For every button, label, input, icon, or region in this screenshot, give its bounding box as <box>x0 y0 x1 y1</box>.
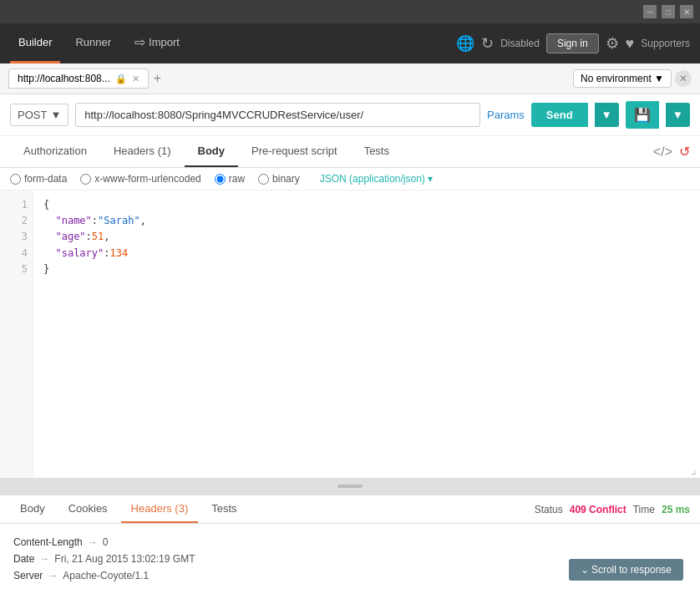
resp-tabs-row: Body Cookies Headers (3) Tests Status 40… <box>0 495 700 524</box>
heart-icon[interactable]: ♥ <box>626 35 635 53</box>
tab-tests[interactable]: Tests <box>351 136 403 167</box>
params-button[interactable]: Params <box>487 109 525 121</box>
tab-pre-request[interactable]: Pre-request script <box>238 136 351 167</box>
send-dropdown-button[interactable]: ▼ <box>595 103 619 127</box>
titlebar: ─ □ ✕ <box>0 0 700 23</box>
supporters-label: Supporters <box>641 38 690 49</box>
navbar: Builder Runner ⇨ Import 🌐 ↻ Disabled Sig… <box>0 23 700 63</box>
sync-icon: ↻ <box>481 34 494 53</box>
editor-area: 1 2 3 4 5 { "name": "Sarah", "age": 51, … <box>0 190 700 479</box>
code-content[interactable]: { "name": "Sarah", "age": 51, "salary": … <box>33 190 700 478</box>
method-select[interactable]: POST ▼ <box>10 104 68 126</box>
divider-handle[interactable] <box>0 479 700 494</box>
tab-headers[interactable]: Headers (1) <box>100 136 185 167</box>
send-button[interactable]: Send <box>531 103 588 127</box>
request-row: POST ▼ Params Send ▼ 💾 ▼ <box>0 94 700 136</box>
bottom-section: Body Cookies Headers (3) Tests Status 40… <box>0 479 700 594</box>
urlencoded-option[interactable]: x-www-form-urlencoded <box>80 173 200 185</box>
import-icon: ⇨ <box>134 34 145 50</box>
minimize-button[interactable]: ─ <box>643 5 657 18</box>
add-tab-button[interactable]: + <box>154 71 161 86</box>
json-format-button[interactable]: JSON (application/json) ▾ <box>320 173 433 185</box>
url-tab[interactable]: http://localhost:808... 🔒 ✕ <box>8 69 149 89</box>
tab-close-button[interactable]: ✕ <box>132 74 139 84</box>
sign-in-button[interactable]: Sign in <box>546 33 599 53</box>
code-view-button[interactable]: </> <box>653 144 672 160</box>
tab-body[interactable]: Body <box>185 136 239 167</box>
url-input[interactable] <box>75 103 480 127</box>
code-editor[interactable]: 1 2 3 4 5 { "name": "Sarah", "age": 51, … <box>0 190 700 479</box>
nav-tab-import[interactable]: ⇨ Import <box>126 23 188 63</box>
refresh-button[interactable]: ↺ <box>679 144 690 160</box>
method-chevron-icon: ▼ <box>50 109 61 121</box>
form-data-option[interactable]: form-data <box>10 173 67 185</box>
status-value: 409 Conflict <box>570 504 626 515</box>
url-tab-text: http://localhost:808... <box>18 73 110 84</box>
nav-right: 🌐 ↻ Disabled Sign in ⚙ ♥ Supporters <box>456 33 690 53</box>
lock-icon: 🔒 <box>115 74 127 84</box>
env-clear-button[interactable]: ✕ <box>675 70 692 87</box>
body-options: form-data x-www-form-urlencoded raw bina… <box>0 168 700 190</box>
disabled-badge: Disabled <box>500 38 540 49</box>
status-label: Status <box>535 504 563 515</box>
scroll-to-response-button[interactable]: ⌄ Scroll to response <box>569 559 683 581</box>
close-button[interactable]: ✕ <box>680 5 693 18</box>
url-bar-row: http://localhost:808... 🔒 ✕ + No environ… <box>0 63 700 94</box>
resize-handle[interactable]: ⌟ <box>691 463 697 476</box>
globe-icon: 🌐 <box>456 34 474 53</box>
resp-status-row: Status 409 Conflict Time 25 ms <box>535 504 690 515</box>
time-value: 25 ms <box>662 504 690 515</box>
req-tabs: Authorization Headers (1) Body Pre-reque… <box>0 136 700 168</box>
settings-icon[interactable]: ⚙ <box>606 34 619 53</box>
time-label: Time <box>633 504 655 515</box>
resp-tab-tests[interactable]: Tests <box>201 495 246 523</box>
save-button[interactable]: 💾 <box>626 101 659 129</box>
nav-tab-runner[interactable]: Runner <box>67 23 119 63</box>
top-section: http://localhost:808... 🔒 ✕ + No environ… <box>0 63 700 190</box>
env-selector: No environment ▼ ✕ <box>573 69 692 88</box>
raw-option[interactable]: raw <box>215 173 245 185</box>
save-dropdown-button[interactable]: ▼ <box>666 103 690 127</box>
env-dropdown-button[interactable]: No environment ▼ <box>573 69 672 88</box>
resp-tab-body[interactable]: Body <box>10 495 55 523</box>
resp-tab-cookies[interactable]: Cookies <box>58 495 118 523</box>
binary-option[interactable]: binary <box>258 173 300 185</box>
req-tab-actions: </> ↺ <box>653 144 690 160</box>
maximize-button[interactable]: □ <box>662 5 675 18</box>
line-numbers: 1 2 3 4 5 <box>0 190 33 478</box>
main-container: http://localhost:808... 🔒 ✕ + No environ… <box>0 63 700 594</box>
nav-tab-builder[interactable]: Builder <box>10 23 60 63</box>
resp-header-content-length: Content-Length → 0 <box>13 534 687 551</box>
tab-authorization[interactable]: Authorization <box>10 136 100 167</box>
resp-tab-headers[interactable]: Headers (3) <box>121 495 199 523</box>
